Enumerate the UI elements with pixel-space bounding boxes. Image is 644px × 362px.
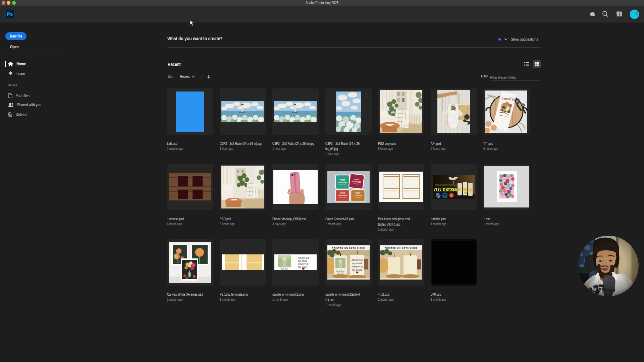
svg-text:COASTER: COASTER — [338, 181, 347, 183]
svg-text:Always on: Always on — [297, 256, 309, 259]
svg-text:MOCKUP: MOCKUP — [339, 184, 345, 185]
svg-text:my heart: my heart — [352, 268, 362, 272]
svg-text:COASTER: COASTER — [354, 194, 363, 196]
svg-text:COASTER: COASTER — [338, 194, 347, 196]
svg-text:TUMBLER MOCKUPS THAT SELLS: TUMBLER MOCKUPS THAT SELLS — [435, 184, 457, 186]
svg-text:PAPER: PAPER — [355, 192, 361, 194]
svg-text:PRINTED ON BOTH SIDES: PRINTED ON BOTH SIDES — [385, 247, 418, 249]
svg-text:PRINTED ON BOTH SIDES: PRINTED ON BOTH SIDES — [332, 247, 365, 249]
svg-text:MOCKUP: MOCKUP — [339, 197, 345, 198]
svg-text:forever in: forever in — [298, 262, 308, 265]
svg-text:MOCKUP: MOCKUP — [355, 197, 361, 198]
svg-text:Ps: Ps — [443, 194, 447, 197]
svg-text:my mind: my mind — [352, 261, 362, 265]
svg-text:PAPER: PAPER — [340, 179, 345, 181]
svg-text:my mind: my mind — [298, 259, 307, 262]
svg-text:PAPER: PAPER — [340, 192, 345, 194]
svg-text:1955 - 2025: 1955 - 2025 — [281, 269, 287, 270]
svg-text:FULL TUTORIAL: FULL TUTORIAL — [434, 188, 458, 192]
svg-text:1955 - 2025: 1955 - 2025 — [337, 272, 343, 274]
svg-text:forever in: forever in — [352, 265, 363, 268]
svg-text:Sarah Bauer: Sarah Bauer — [336, 270, 345, 272]
svg-text:Always on: Always on — [351, 258, 363, 261]
